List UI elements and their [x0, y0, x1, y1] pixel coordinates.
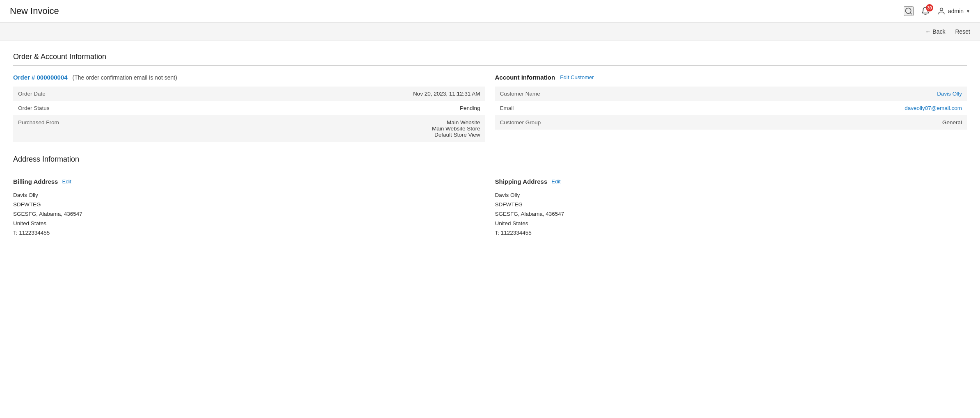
email-label: Email: [495, 101, 684, 115]
chevron-down-icon: ▼: [966, 9, 970, 14]
shipping-edit-link[interactable]: Edit: [551, 178, 560, 185]
admin-label: admin: [948, 8, 964, 14]
shipping-address-lines: Davis Olly SDFWTEG SGESFG, Alabama, 4365…: [495, 191, 967, 238]
order-status-label: Order Status: [13, 101, 202, 115]
account-info-table: Customer Name Davis Olly Email daveolly0…: [495, 87, 967, 130]
main-content: Order & Account Information Order # 0000…: [0, 41, 980, 264]
back-button[interactable]: ← Back: [925, 28, 945, 35]
toolbar: ← Back Reset: [0, 23, 980, 41]
admin-user-menu[interactable]: admin ▼: [937, 7, 970, 15]
customer-name-value[interactable]: Davis Olly: [684, 87, 967, 101]
table-row: Order Date Nov 20, 2023, 11:12:31 AM: [13, 87, 485, 101]
billing-edit-link[interactable]: Edit: [62, 178, 71, 185]
shipping-address-heading: Shipping Address Edit: [495, 178, 967, 185]
notification-count: 39: [926, 4, 933, 11]
customer-group-label: Customer Group: [495, 115, 684, 130]
billing-address-lines: Davis Olly SDFWTEG SGESFG, Alabama, 4365…: [13, 191, 485, 238]
section-divider: [13, 65, 967, 66]
address-section: Address Information Billing Address Edit…: [13, 155, 967, 240]
account-info-title: Account Information: [495, 74, 555, 81]
purchased-from-label: Purchased From: [13, 115, 202, 142]
order-status-value: Pending: [202, 101, 485, 115]
address-columns: Billing Address Edit Davis Olly SDFWTEG …: [13, 176, 967, 240]
svg-line-1: [910, 13, 912, 14]
order-account-section: Order & Account Information Order # 0000…: [13, 53, 967, 142]
address-section-title: Address Information: [13, 155, 967, 164]
back-arrow-icon: ←: [925, 28, 931, 35]
billing-address-block: Billing Address Edit Davis Olly SDFWTEG …: [13, 176, 485, 240]
order-date-value: Nov 20, 2023, 11:12:31 AM: [202, 87, 485, 101]
table-row: Customer Group General: [495, 115, 967, 130]
billing-address-heading: Billing Address Edit: [13, 178, 485, 185]
back-label: Back: [932, 28, 945, 35]
order-account-section-title: Order & Account Information: [13, 53, 967, 61]
table-row: Email daveolly07@email.com: [495, 101, 967, 115]
shipping-address-title: Shipping Address: [495, 178, 548, 185]
order-info-col: Order # 000000004 (The order confirmatio…: [13, 74, 485, 142]
order-heading-note: (The order confirmation email is not sen…: [73, 74, 177, 81]
top-header: New Invoice 39 admin ▼: [0, 0, 980, 23]
customer-name-label: Customer Name: [495, 87, 684, 101]
table-row: Customer Name Davis Olly: [495, 87, 967, 101]
customer-group-value: General: [684, 115, 967, 130]
edit-customer-link[interactable]: Edit Customer: [560, 74, 594, 80]
order-number-link[interactable]: Order # 000000004: [13, 74, 68, 81]
shipping-address-block: Shipping Address Edit Davis Olly SDFWTEG…: [495, 176, 967, 240]
svg-point-2: [940, 8, 943, 11]
search-icon: [905, 7, 913, 15]
account-info-heading: Account Information Edit Customer: [495, 74, 967, 81]
page-title: New Invoice: [10, 6, 59, 16]
reset-button[interactable]: Reset: [955, 28, 970, 35]
email-value[interactable]: daveolly07@email.com: [684, 101, 967, 115]
header-actions: 39 admin ▼: [904, 6, 970, 16]
order-info-heading: Order # 000000004 (The order confirmatio…: [13, 74, 485, 81]
billing-address-title: Billing Address: [13, 178, 58, 185]
user-icon: [937, 7, 946, 15]
notification-bell[interactable]: 39: [921, 7, 930, 16]
purchased-from-value: Main Website Main Website Store Default …: [202, 115, 485, 142]
table-row: Purchased From Main Website Main Website…: [13, 115, 485, 142]
order-date-label: Order Date: [13, 87, 202, 101]
table-row: Order Status Pending: [13, 101, 485, 115]
order-info-table: Order Date Nov 20, 2023, 11:12:31 AM Ord…: [13, 87, 485, 142]
address-section-divider: [13, 168, 967, 168]
order-account-columns: Order # 000000004 (The order confirmatio…: [13, 74, 967, 142]
reset-label: Reset: [955, 28, 970, 35]
account-info-col: Account Information Edit Customer Custom…: [495, 74, 967, 142]
search-button[interactable]: [904, 6, 914, 16]
